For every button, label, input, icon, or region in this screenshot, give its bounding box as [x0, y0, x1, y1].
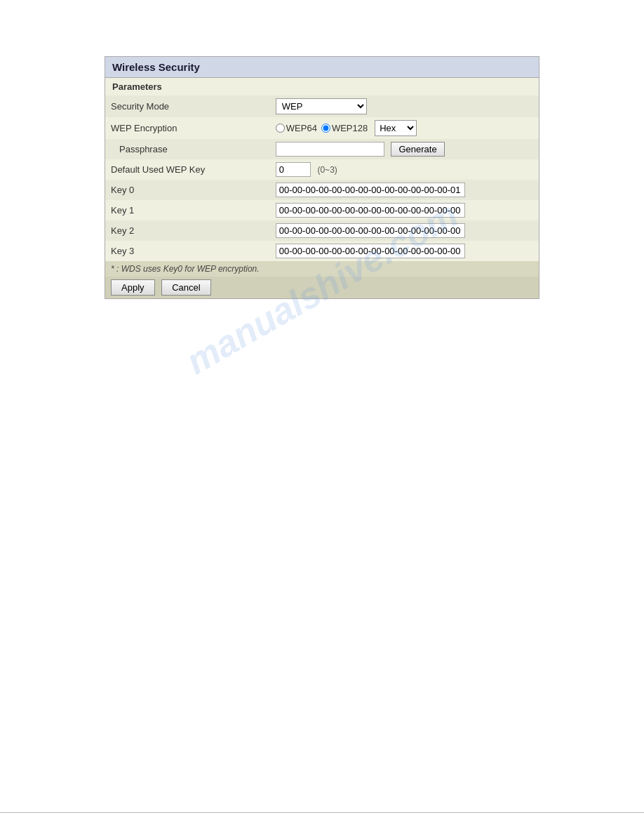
wep-encryption-value-cell: WEP64 WEP128 Hex ASCII — [270, 117, 539, 139]
passphrase-input[interactable] — [276, 142, 384, 157]
bottom-divider — [0, 812, 644, 813]
passphrase-value-cell: Generate — [270, 139, 539, 159]
format-select[interactable]: Hex ASCII — [375, 120, 417, 136]
default-wep-key-input[interactable] — [276, 162, 311, 177]
key0-row: Key 0 — [105, 180, 539, 200]
action-row: Apply Cancel — [105, 277, 539, 298]
key2-value-cell — [270, 220, 539, 241]
key0-label: Key 0 — [105, 180, 270, 200]
range-hint: (0~3) — [317, 165, 337, 175]
apply-button[interactable]: Apply — [111, 279, 155, 296]
wep-encryption-label: WEP Encryption — [105, 117, 270, 139]
passphrase-row: Passphrase Generate — [105, 139, 539, 159]
section-header-row: Parameters — [105, 78, 539, 95]
wep128-label: WEP128 — [332, 123, 368, 133]
key1-row: Key 1 — [105, 200, 539, 220]
wep64-radio[interactable] — [276, 124, 285, 133]
key2-input[interactable] — [276, 223, 465, 238]
key1-label: Key 1 — [105, 200, 270, 220]
wep128-option[interactable]: WEP128 — [321, 123, 368, 133]
wep64-option[interactable]: WEP64 — [276, 123, 317, 133]
wep64-label: WEP64 — [286, 123, 317, 133]
default-wep-key-value-cell: (0~3) — [270, 159, 539, 180]
generate-button[interactable]: Generate — [391, 142, 444, 157]
passphrase-label: Passphrase — [105, 139, 270, 159]
wep128-radio[interactable] — [321, 124, 330, 133]
security-mode-row: Security Mode WEP WPA WPA2 Disable — [105, 95, 539, 117]
key3-row: Key 3 — [105, 241, 539, 261]
security-mode-label: Security Mode — [105, 95, 270, 117]
key3-input[interactable] — [276, 244, 465, 258]
note-row: * : WDS uses Key0 for WEP encryption. — [105, 261, 539, 277]
key0-value-cell — [270, 180, 539, 200]
key3-value-cell — [270, 241, 539, 261]
security-mode-value-cell: WEP WPA WPA2 Disable — [270, 95, 539, 117]
key2-label: Key 2 — [105, 220, 270, 241]
key1-input[interactable] — [276, 203, 465, 218]
key0-input[interactable] — [276, 183, 465, 197]
key1-value-cell — [270, 200, 539, 220]
wireless-security-panel: Wireless Security Parameters Security Mo… — [105, 56, 539, 299]
security-mode-select[interactable]: WEP WPA WPA2 Disable — [276, 98, 367, 114]
wep-encryption-group: WEP64 WEP128 Hex ASCII — [276, 120, 533, 136]
wep-encryption-row: WEP Encryption WEP64 WEP128 — [105, 117, 539, 139]
key3-label: Key 3 — [105, 241, 270, 261]
section-header: Parameters — [105, 78, 539, 95]
default-wep-key-row: Default Used WEP Key (0~3) — [105, 159, 539, 180]
params-table: Parameters Security Mode WEP WPA WPA2 Di… — [105, 78, 539, 298]
panel-title: Wireless Security — [105, 57, 539, 78]
cancel-button[interactable]: Cancel — [161, 279, 210, 296]
note-text: * : WDS uses Key0 for WEP encryption. — [105, 261, 539, 277]
action-cell: Apply Cancel — [105, 277, 539, 298]
key2-row: Key 2 — [105, 220, 539, 241]
default-wep-key-label: Default Used WEP Key — [105, 159, 270, 180]
